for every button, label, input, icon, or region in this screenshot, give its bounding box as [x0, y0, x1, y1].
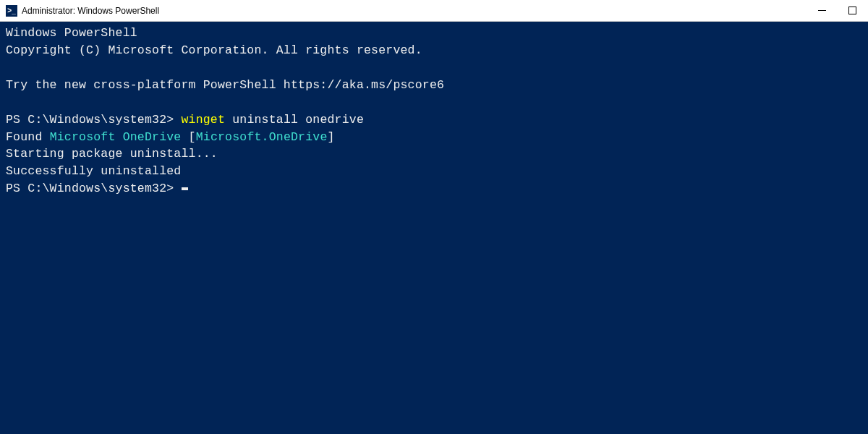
found-line: Found Microsoft OneDrive [Microsoft.OneD… — [6, 129, 862, 146]
bracket-open: [ — [181, 130, 195, 144]
banner-line-2: Copyright (C) Microsoft Corporation. All… — [6, 42, 862, 59]
prompt-prefix: PS C:\Windows\system32> — [6, 113, 181, 127]
command-line-2: PS C:\Windows\system32> — [6, 180, 862, 197]
prompt-prefix: PS C:\Windows\system32> — [6, 182, 181, 195]
powershell-icon-glyph: >_ — [7, 7, 15, 14]
bracket-close: ] — [328, 130, 335, 144]
command-args: uninstall onedrive — [225, 113, 364, 127]
maximize-button[interactable] — [843, 2, 861, 20]
cursor-icon — [182, 187, 188, 190]
banner-line-3: Try the new cross-platform PowerShell ht… — [6, 77, 862, 94]
window-controls — [813, 2, 861, 20]
terminal-body[interactable]: Windows PowerShell Copyright (C) Microso… — [0, 22, 868, 200]
found-package-name: Microsoft OneDrive — [50, 130, 182, 144]
minimize-icon — [818, 7, 826, 14]
minimize-button[interactable] — [813, 2, 830, 20]
found-package-id: Microsoft.OneDrive — [196, 130, 328, 144]
window-titlebar: >_ Administrator: Windows PowerShell — [0, 0, 868, 22]
banner-line-1: Windows PowerShell — [6, 25, 862, 42]
blank-line — [6, 59, 862, 77]
maximize-icon — [848, 7, 856, 14]
command-line-1: PS C:\Windows\system32> winget uninstall… — [6, 111, 862, 129]
blank-line — [6, 94, 862, 111]
powershell-icon: >_ — [6, 5, 17, 17]
command-name: winget — [181, 113, 225, 127]
status-line-1: Starting package uninstall... — [6, 145, 862, 163]
status-line-2: Successfully uninstalled — [6, 163, 862, 180]
window-title: Administrator: Windows PowerShell — [22, 6, 813, 16]
found-prefix: Found — [6, 130, 50, 144]
svg-rect-1 — [848, 7, 856, 14]
